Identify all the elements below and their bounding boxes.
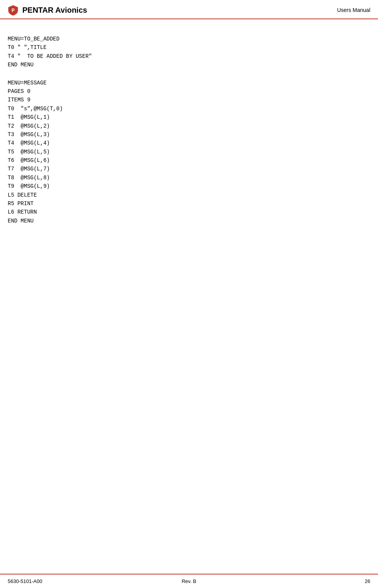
code-line: T7 @MSG(L,7) [8,165,370,173]
code-line: T2 @MSG(L,2) [8,122,370,130]
code-line: L6 RETURN [8,208,370,216]
code-line: PAGES 0 [8,87,370,96]
code-line: L5 DELETE [8,191,370,199]
logo-icon: P [8,5,18,15]
code-line: T6 @MSG(L,6) [8,156,370,165]
code-line: T3 @MSG(L,3) [8,130,370,139]
code-line: T0 "s",@MSG(T,0) [8,104,370,113]
code-line: T5 @MSG(L,5) [8,148,370,156]
code-line: ITEMS 9 [8,96,370,104]
revision: Rev. B [181,578,196,584]
code-block-2: MENU=MESSAGE PAGES 0 ITEMS 9 T0 "s",@MSG… [8,79,370,226]
main-content: MENU=TO_BE_ADDED T0 " ",TITLE T4 " TO BE… [0,19,378,242]
doc-type: Users Manual [337,7,370,13]
code-line: T4 " TO BE ADDED BY USER" [8,52,370,61]
svg-text:P: P [12,8,15,13]
code-line: MENU=MESSAGE [8,79,370,87]
page-footer: 5630-5101-A00 Rev. B 26 [0,574,378,588]
code-line: R5 PRINT [8,199,370,208]
code-line: T4 @MSG(L,4) [8,139,370,147]
page-header: P PENTAR Avionics Users Manual [0,0,378,19]
code-line: MENU=TO_BE_ADDED [8,35,370,43]
code-line: T8 @MSG(L,8) [8,174,370,182]
page-number: 26 [365,578,370,584]
code-line: END MENU [8,217,370,225]
code-line: T0 " ",TITLE [8,43,370,52]
code-block-1: MENU=TO_BE_ADDED T0 " ",TITLE T4 " TO BE… [8,35,370,69]
code-line: T9 @MSG(L,9) [8,182,370,190]
header-logo-area: P PENTAR Avionics [8,5,87,15]
code-line: END MENU [8,61,370,69]
code-line: T1 @MSG(L,1) [8,113,370,121]
part-number: 5630-5101-A00 [8,578,42,584]
company-name: PENTAR Avionics [22,6,87,15]
